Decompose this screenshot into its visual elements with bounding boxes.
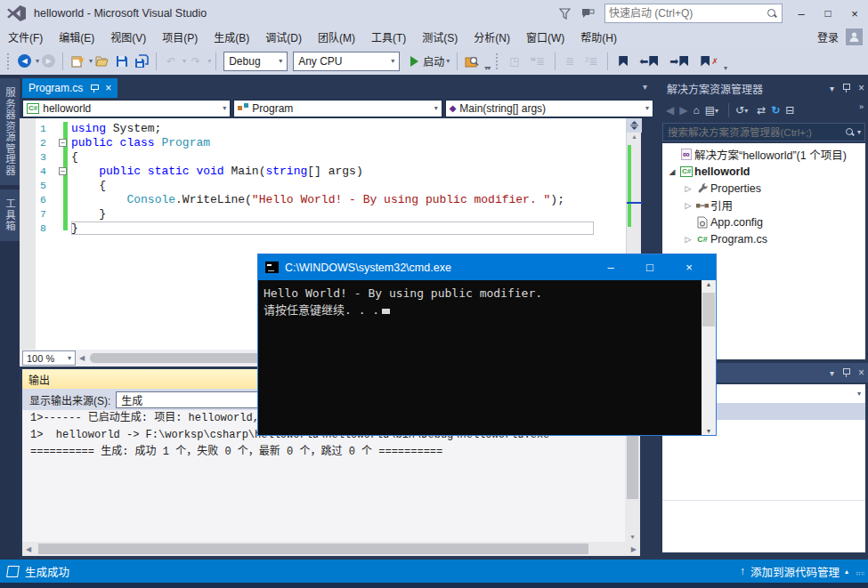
dock-tab-2[interactable]: 工具箱 xyxy=(0,189,20,241)
navigate-back-button[interactable]: ◀ xyxy=(16,51,33,72)
search-options-dropdown[interactable]: ▾ xyxy=(857,128,861,136)
tab-program-cs[interactable]: Program.cs × xyxy=(22,78,118,98)
toolbar-overflow[interactable]: ▾▾ xyxy=(484,64,490,75)
scroll-up-arrow[interactable]: ▲ xyxy=(702,281,716,287)
fold-margin[interactable]: − xyxy=(59,138,71,147)
save-button[interactable] xyxy=(113,51,131,72)
scroll-down-arrow[interactable]: ▼ xyxy=(625,534,640,540)
solution-search-box[interactable]: ▾ xyxy=(662,123,865,141)
display-quickinfo-button[interactable]: ◳ xyxy=(505,51,523,72)
collapse-all-icon[interactable]: ⊟ xyxy=(783,104,796,117)
dock-tab-1[interactable]: 服务器资源管理器 xyxy=(0,78,20,185)
menu-item-7[interactable]: 团队(M) xyxy=(310,27,363,47)
solution-search-input[interactable] xyxy=(663,127,845,138)
collapsed-arrow-icon[interactable]: ▷ xyxy=(682,184,694,193)
find-in-files-button[interactable] xyxy=(463,51,481,72)
tree-item-4[interactable]: ▷引用 xyxy=(662,197,865,213)
close-panel-icon[interactable]: × xyxy=(858,366,864,379)
add-to-source-control-button[interactable]: ↑ 添加到源代码管理 ▴ xyxy=(740,563,848,580)
previous-bookmark-button[interactable]: ⬅ xyxy=(635,51,663,72)
undo-button[interactable]: ↶ xyxy=(162,51,180,72)
scroll-right-arrow[interactable]: ▶ xyxy=(631,545,637,553)
next-bookmark-button[interactable]: ➡ xyxy=(665,51,694,72)
menu-item-2[interactable]: 编辑(E) xyxy=(51,27,102,47)
new-project-dropdown[interactable]: ▾ xyxy=(89,57,93,65)
toolbar-grip[interactable] xyxy=(7,53,12,69)
solution-configuration-combo[interactable]: Debug▾ xyxy=(223,52,288,71)
redo-dropdown[interactable]: ▾ xyxy=(207,57,211,65)
redo-button[interactable]: ↷ xyxy=(187,51,205,72)
forward-icon[interactable]: ▶ xyxy=(677,104,689,117)
window-position-dropdown[interactable]: ▾ xyxy=(830,84,834,93)
decrease-indent-button[interactable]: ≣ xyxy=(561,51,579,72)
start-debug-button[interactable]: 启动 ▾ xyxy=(403,51,451,72)
close-tab-icon[interactable]: × xyxy=(105,82,111,94)
scroll-up-arrow[interactable]: ▲ xyxy=(627,133,642,140)
back-icon[interactable]: ◀ xyxy=(664,104,676,117)
undo-dropdown[interactable]: ▾ xyxy=(183,57,186,65)
zoom-level-combo[interactable]: 100 %▾ xyxy=(22,350,76,366)
collapse-icon[interactable]: − xyxy=(59,139,67,147)
tree-item-3[interactable]: ▷Properties xyxy=(662,180,865,197)
collapse-icon[interactable]: − xyxy=(59,167,67,175)
sign-in-link[interactable]: 登录 xyxy=(817,29,839,44)
tree-item-2[interactable]: ◢C#helloworld xyxy=(662,163,865,180)
quick-launch-input[interactable] xyxy=(605,7,767,20)
window-position-dropdown[interactable]: ▾ xyxy=(830,368,834,378)
menu-item-5[interactable]: 生成(B) xyxy=(206,27,257,47)
sync-with-active-document-icon[interactable]: ⇄ xyxy=(755,104,767,117)
close-panel-icon[interactable]: × xyxy=(858,82,864,94)
menu-item-9[interactable]: 测试(S) xyxy=(414,27,466,47)
navigate-forward-button[interactable]: ▶ xyxy=(40,51,57,72)
cmd-title-bar[interactable]: C:\WINDOWS\system32\cmd.exe – □ × xyxy=(258,254,716,280)
menu-item-12[interactable]: 帮助(H) xyxy=(572,27,625,47)
toolbar-grip[interactable] xyxy=(496,53,500,69)
menu-item-11[interactable]: 窗口(W) xyxy=(518,27,572,47)
cmd-console-window[interactable]: C:\WINDOWS\system32\cmd.exe – □ × Hello … xyxy=(257,254,717,436)
navigate-back-dropdown[interactable]: ▾ xyxy=(36,57,39,65)
resize-grip[interactable]: ⠿⠿ xyxy=(856,571,864,580)
type-dropdown[interactable]: Program▾ xyxy=(233,100,442,117)
feedback-filter-icon[interactable] xyxy=(553,3,576,24)
document-list-dropdown[interactable]: ▾ xyxy=(643,82,647,92)
collapsed-arrow-icon[interactable]: ▷ xyxy=(682,235,694,244)
refresh-icon[interactable]: ↻ xyxy=(769,104,782,117)
scrollbar-thumb[interactable] xyxy=(38,544,588,554)
scroll-down-arrow[interactable]: ▼ xyxy=(702,428,716,434)
tree-item-5[interactable]: App.config xyxy=(662,213,865,230)
project-dropdown[interactable]: C# helloworld▾ xyxy=(22,100,231,117)
comment-button[interactable]: ❝≣ xyxy=(526,51,550,72)
menu-item-1[interactable]: 文件(F) xyxy=(0,27,51,47)
send-feedback-icon[interactable] xyxy=(576,3,599,24)
toolbar-overflow[interactable]: » xyxy=(859,102,864,111)
scrollbar-thumb[interactable] xyxy=(627,435,638,499)
pin-icon[interactable] xyxy=(842,83,850,93)
open-file-button[interactable] xyxy=(93,51,111,72)
pending-changes-filter-icon[interactable]: ↺▾ xyxy=(734,104,753,117)
member-dropdown[interactable]: ◆ Main(string[] args)▾ xyxy=(445,100,653,117)
quick-launch-search[interactable] xyxy=(604,4,783,23)
scroll-left-arrow[interactable]: ◀ xyxy=(26,545,31,553)
increase-indent-button[interactable]: ²≣ xyxy=(580,51,602,72)
menu-item-8[interactable]: 工具(T) xyxy=(363,27,414,47)
clear-bookmarks-button[interactable]: ✗ xyxy=(695,51,720,72)
minimize-button[interactable]: – xyxy=(788,1,815,26)
split-window-handle[interactable] xyxy=(627,118,642,133)
cmd-close-button[interactable]: × xyxy=(669,254,709,280)
new-project-button[interactable] xyxy=(69,51,86,72)
expanded-arrow-icon[interactable]: ◢ xyxy=(666,167,678,176)
menu-item-4[interactable]: 项目(P) xyxy=(154,27,206,47)
scroll-left-arrow[interactable]: ◀ xyxy=(79,354,85,362)
cmd-maximize-button[interactable]: □ xyxy=(630,254,669,280)
menu-item-10[interactable]: 分析(N) xyxy=(466,27,518,47)
output-horizontal-scrollbar[interactable]: ◀ ▶ xyxy=(22,542,640,556)
switch-views-icon[interactable]: ▤▾ xyxy=(703,104,724,117)
cmd-minimize-button[interactable]: – xyxy=(591,254,630,280)
save-all-button[interactable] xyxy=(133,51,150,72)
maximize-button[interactable]: □ xyxy=(815,1,841,26)
close-button[interactable]: × xyxy=(841,1,868,26)
collapsed-arrow-icon[interactable]: ▷ xyxy=(682,201,694,210)
toggle-bookmark-button[interactable] xyxy=(613,51,633,72)
toolbar-overflow[interactable]: ▾ xyxy=(724,64,726,75)
tree-item-1[interactable]: ∞解决方案“helloworld”(1 个项目) xyxy=(662,146,865,163)
